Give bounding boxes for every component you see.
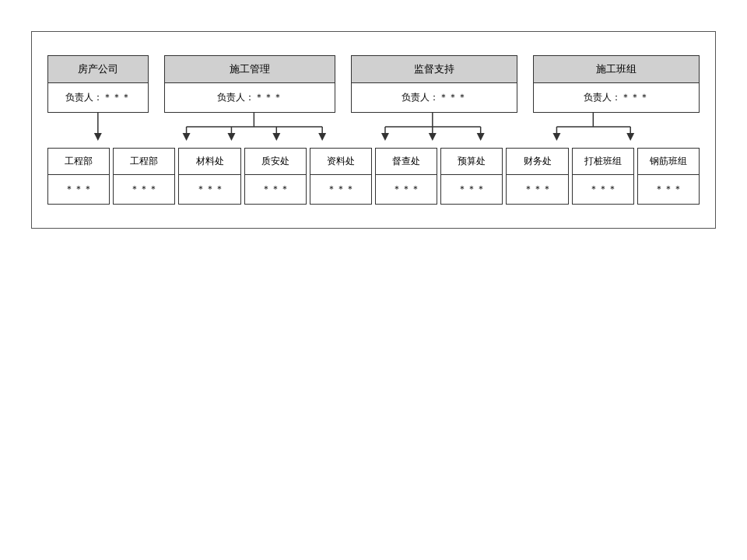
org-chart-container: 房产公司 负责人：＊＊＊ 施工管理 负责人：＊＊＊ 监督支持 负责人：＊＊＊ 施… bbox=[31, 31, 716, 229]
zl-header: 资料处 bbox=[310, 149, 371, 175]
gc1-header: 工程部 bbox=[48, 149, 109, 175]
bottom-cell-gj: 钢筋班组 ＊＊＊ bbox=[637, 148, 700, 205]
bottom-cell-gc1: 工程部 ＊＊＊ bbox=[47, 148, 110, 205]
top-row: 房产公司 负责人：＊＊＊ 施工管理 负责人：＊＊＊ 监督支持 负责人：＊＊＊ 施… bbox=[47, 55, 700, 113]
shigong-banz-header: 施工班组 bbox=[534, 56, 699, 83]
bottom-cell-dz: 打桩班组 ＊＊＊ bbox=[572, 148, 634, 205]
shigong-banz-body: 负责人：＊＊＊ bbox=[534, 83, 699, 112]
fangchan-header: 房产公司 bbox=[48, 56, 148, 83]
zl-body: ＊＊＊ bbox=[310, 175, 371, 204]
top-cell-fangchan: 房产公司 负责人：＊＊＊ bbox=[47, 55, 149, 113]
fangchan-body: 负责人：＊＊＊ bbox=[48, 83, 148, 112]
top-cell-shigong-banz: 施工班组 负责人：＊＊＊ bbox=[533, 55, 700, 113]
bottom-cell-dc: 督查处 ＊＊＊ bbox=[375, 148, 437, 205]
cw-header: 财务处 bbox=[507, 149, 567, 175]
jiandu-header: 监督支持 bbox=[352, 56, 517, 83]
shigong-mgmt-body: 负责人：＊＊＊ bbox=[165, 83, 335, 112]
gc2-body: ＊＊＊ bbox=[114, 175, 174, 204]
cl-body: ＊＊＊ bbox=[179, 175, 240, 204]
svg-marker-25 bbox=[626, 133, 634, 141]
svg-marker-11 bbox=[318, 133, 326, 141]
bottom-cell-cl: 材料处 ＊＊＊ bbox=[178, 148, 240, 205]
shigong-mgmt-header: 施工管理 bbox=[165, 56, 335, 83]
gj-header: 钢筋班组 bbox=[638, 149, 699, 175]
arrows-svg bbox=[47, 113, 700, 148]
svg-marker-17 bbox=[429, 133, 437, 141]
dz-body: ＊＊＊ bbox=[573, 175, 633, 204]
svg-marker-19 bbox=[477, 133, 485, 141]
svg-marker-7 bbox=[227, 133, 235, 141]
gj-body: ＊＊＊ bbox=[638, 175, 699, 204]
bottom-cell-zl: 资料处 ＊＊＊ bbox=[310, 148, 372, 205]
bottom-cell-ys: 预算处 ＊＊＊ bbox=[440, 148, 503, 205]
bottom-cell-cw: 财务处 ＊＊＊ bbox=[506, 148, 568, 205]
bottom-cell-za: 质安处 ＊＊＊ bbox=[244, 148, 307, 205]
gc1-body: ＊＊＊ bbox=[48, 175, 109, 204]
za-header: 质安处 bbox=[245, 149, 306, 175]
svg-marker-1 bbox=[94, 133, 102, 141]
ys-header: 预算处 bbox=[441, 149, 502, 175]
dc-header: 督查处 bbox=[376, 149, 437, 175]
svg-marker-23 bbox=[552, 133, 560, 141]
jiandu-body: 负责人：＊＊＊ bbox=[352, 83, 517, 112]
gc2-header: 工程部 bbox=[114, 149, 174, 175]
cw-body: ＊＊＊ bbox=[507, 175, 567, 204]
bottom-row: 工程部 ＊＊＊ 工程部 ＊＊＊ 材料处 ＊＊＊ 质安处 ＊＊＊ 资料处 ＊＊＊ … bbox=[47, 148, 700, 205]
za-body: ＊＊＊ bbox=[245, 175, 306, 204]
svg-marker-9 bbox=[272, 133, 280, 141]
dc-body: ＊＊＊ bbox=[376, 175, 437, 204]
bottom-cell-gc2: 工程部 ＊＊＊ bbox=[113, 148, 175, 205]
cl-header: 材料处 bbox=[179, 149, 240, 175]
dz-header: 打桩班组 bbox=[573, 149, 633, 175]
ys-body: ＊＊＊ bbox=[441, 175, 502, 204]
svg-marker-15 bbox=[381, 133, 389, 141]
top-cell-shigong-mgmt: 施工管理 负责人：＊＊＊ bbox=[164, 55, 335, 113]
svg-marker-5 bbox=[183, 133, 191, 141]
top-cell-jiandu: 监督支持 负责人：＊＊＊ bbox=[351, 55, 517, 113]
